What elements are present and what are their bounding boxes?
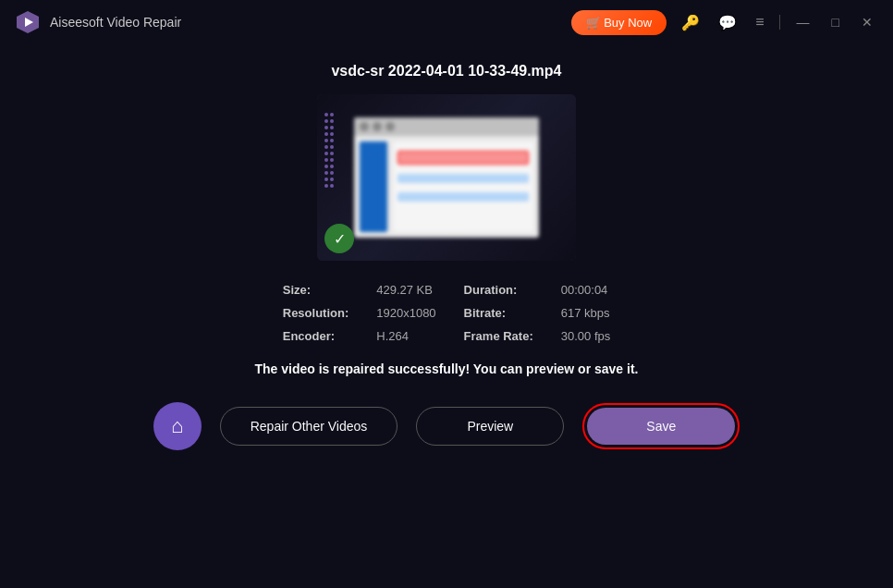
- title-bar-left: Aiseesoft Video Repair: [15, 9, 181, 35]
- size-label: Size:: [283, 283, 349, 297]
- main-content: vsdc-sr 2022-04-01 10-33-49.mp4: [0, 44, 893, 588]
- save-button-wrapper: Save: [582, 403, 740, 449]
- title-bar-right: 🛒 Buy Now 🔑 💬 ≡ — □ ✕: [571, 10, 878, 35]
- bitrate-value: 617 kbps: [561, 306, 611, 320]
- success-message: The video is repaired successfully! You …: [255, 361, 639, 376]
- minimize-button[interactable]: —: [791, 13, 815, 31]
- success-badge: ✓: [324, 224, 354, 253]
- resolution-label: Resolution:: [283, 306, 349, 320]
- video-filename: vsdc-sr 2022-04-01 10-33-49.mp4: [331, 63, 561, 80]
- video-thumbnail: ✓: [317, 94, 576, 261]
- dot-pattern: [324, 113, 334, 188]
- screen-preview: [354, 117, 539, 238]
- title-bar: Aiseesoft Video Repair 🛒 Buy Now 🔑 💬 ≡ —…: [0, 0, 893, 44]
- bitrate-label: Bitrate:: [464, 306, 533, 320]
- thumbnail-inner: ✓: [317, 94, 576, 261]
- preview-button[interactable]: Preview: [416, 407, 564, 446]
- app-logo-icon: [15, 9, 41, 35]
- menu-icon[interactable]: ≡: [752, 12, 767, 32]
- key-icon[interactable]: 🔑: [678, 12, 703, 33]
- duration-label: Duration:: [464, 283, 533, 297]
- chat-icon[interactable]: 💬: [715, 12, 740, 33]
- repair-other-button[interactable]: Repair Other Videos: [220, 407, 398, 446]
- app-title: Aiseesoft Video Repair: [50, 15, 181, 30]
- encoder-value: H.264: [376, 329, 435, 343]
- framerate-label: Frame Rate:: [464, 329, 533, 343]
- size-value: 429.27 KB: [376, 283, 435, 297]
- maximize-button[interactable]: □: [826, 13, 845, 31]
- duration-value: 00:00:04: [561, 283, 611, 297]
- save-button[interactable]: Save: [587, 408, 735, 445]
- framerate-value: 30.00 fps: [561, 329, 611, 343]
- encoder-label: Encoder:: [283, 329, 349, 343]
- action-bar: ⌂ Repair Other Videos Preview Save: [153, 402, 740, 450]
- home-icon: ⌂: [171, 414, 183, 438]
- metadata-grid: Size: 429.27 KB Duration: 00:00:04 Resol…: [283, 283, 610, 343]
- home-button[interactable]: ⌂: [153, 402, 202, 450]
- close-button[interactable]: ✕: [856, 13, 878, 31]
- title-divider: [779, 15, 780, 30]
- buy-now-button[interactable]: 🛒 Buy Now: [571, 10, 667, 35]
- resolution-value: 1920x1080: [376, 306, 435, 320]
